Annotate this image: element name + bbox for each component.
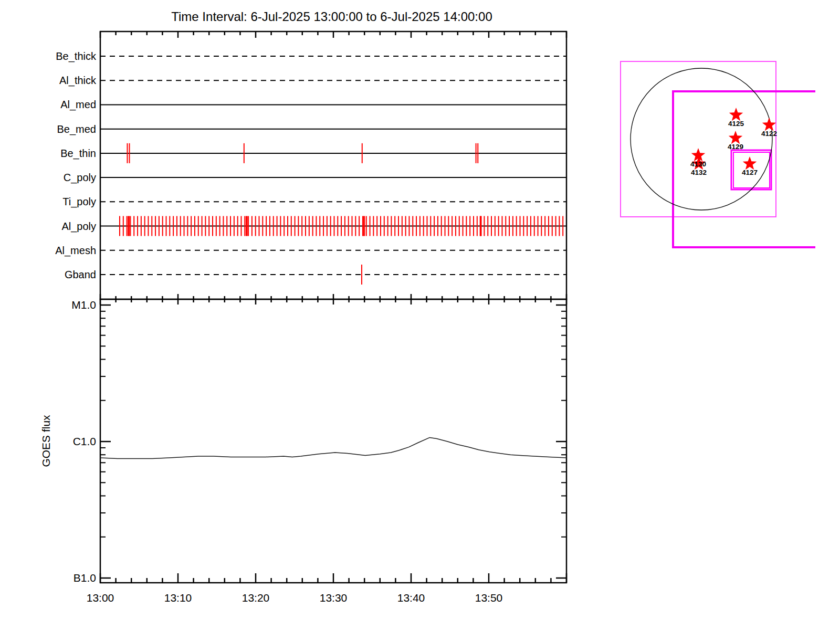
active-region-label-4130: 4130 — [690, 160, 706, 168]
filter-row-label-Ti_poly: Ti_poly — [62, 196, 96, 208]
goes-flux-curve — [100, 437, 566, 458]
active-region-label-4125: 4125 — [728, 120, 744, 128]
goes-flux-panel: 13:0013:1013:2013:3013:4013:50B1.0C1.0M1… — [71, 299, 566, 604]
goes-ylabel: GOES flux — [40, 415, 52, 467]
solar-disk-map: 412541224129413041324127 — [621, 61, 815, 247]
active-region-label-4129: 4129 — [728, 143, 743, 151]
active-region-star-4125 — [729, 108, 743, 121]
filter-row-label-C_poly: C_poly — [64, 172, 96, 184]
active-region-star-4122 — [762, 118, 776, 131]
filter-row-label-Be_med: Be_med — [57, 123, 97, 135]
xrt-goes-observation-plot: Be_thickAl_thickAl_medBe_medBe_thinC_pol… — [0, 0, 840, 630]
y-tick-label-M1.0: M1.0 — [71, 299, 96, 311]
y-tick-label-B1.0: B1.0 — [74, 572, 96, 584]
x-tick-label-13:00: 13:00 — [87, 592, 114, 604]
x-tick-label-13:30: 13:30 — [320, 592, 348, 604]
goes-panel-frame — [100, 299, 566, 583]
y-tick-label-C1.0: C1.0 — [73, 435, 96, 447]
filter-row-label-Al_thick: Al_thick — [59, 75, 97, 87]
filter-row-label-Gband: Gband — [65, 269, 96, 280]
outer-fov-box — [621, 61, 776, 217]
filter-timeline-panel: Be_thickAl_thickAl_medBe_medBe_thinC_pol… — [55, 32, 566, 304]
active-region-label-4127: 4127 — [742, 169, 758, 176]
active-region-label-4132: 4132 — [691, 169, 707, 176]
filter-panel-frame — [100, 32, 566, 299]
filter-row-label-Al_mesh: Al_mesh — [55, 245, 96, 257]
x-tick-label-13:50: 13:50 — [475, 592, 503, 604]
filter-row-label-Al_med: Al_med — [60, 99, 96, 111]
x-tick-label-13:20: 13:20 — [242, 592, 270, 604]
active-region-label-4122: 4122 — [761, 130, 777, 138]
plot-title: Time Interval: 6-Jul-2025 13:00:00 to 6-… — [171, 9, 492, 24]
active-region-star-4129 — [729, 131, 743, 144]
active-region-star-4127 — [743, 156, 757, 170]
x-tick-label-13:40: 13:40 — [397, 592, 425, 604]
filter-row-label-Be_thick: Be_thick — [56, 50, 97, 62]
filter-row-label-Be_thin: Be_thin — [60, 148, 96, 160]
screenshot-root: Be_thickAl_thickAl_medBe_medBe_thinC_pol… — [0, 0, 840, 630]
filter-row-label-Al_poly: Al_poly — [61, 220, 96, 233]
x-tick-label-13:10: 13:10 — [164, 592, 192, 604]
